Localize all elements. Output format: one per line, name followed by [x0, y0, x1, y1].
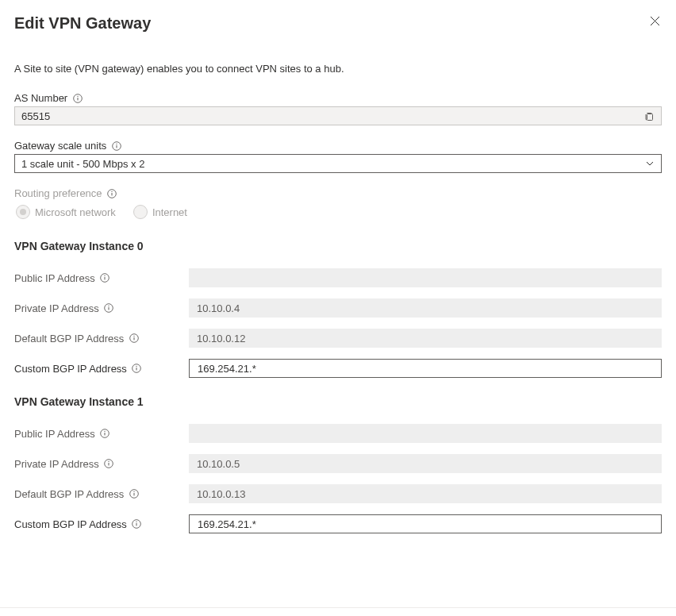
svg-point-17	[133, 336, 134, 337]
routing-preference-label-text: Routing preference	[14, 187, 102, 199]
as-number-field: AS Number 65515	[14, 92, 662, 125]
instance1-custom-bgp-label: Custom BGP IP Address	[14, 518, 189, 530]
instance1-public-ip-row: Public IP Address	[14, 424, 662, 443]
instance1-custom-bgp-row: Custom BGP IP Address	[14, 514, 662, 533]
info-icon[interactable]	[104, 459, 114, 469]
instance0-default-bgp-label: Default BGP IP Address	[14, 333, 189, 345]
close-icon	[650, 16, 660, 26]
instance1-private-ip-row: Private IP Address 10.10.0.5	[14, 454, 662, 473]
as-number-value: 65515	[21, 110, 50, 122]
instance1-public-ip-value	[189, 424, 662, 443]
svg-rect-21	[136, 368, 137, 370]
as-number-label: AS Number	[14, 92, 662, 104]
svg-point-23	[105, 431, 106, 432]
gateway-scale-value: 1 scale unit - 500 Mbps x 2	[21, 158, 144, 170]
info-icon[interactable]	[100, 429, 110, 439]
info-icon[interactable]	[129, 333, 139, 344]
copy-button[interactable]	[644, 111, 655, 121]
gateway-scale-select[interactable]: 1 scale unit - 500 Mbps x 2	[14, 154, 662, 173]
label-text: Public IP Address	[14, 272, 95, 284]
gateway-scale-label-text: Gateway scale units	[14, 140, 106, 152]
svg-point-32	[136, 522, 137, 522]
svg-rect-27	[109, 463, 109, 465]
info-icon[interactable]	[129, 489, 139, 499]
info-icon[interactable]	[104, 303, 114, 314]
radio-circle	[133, 205, 148, 219]
gateway-scale-label: Gateway scale units	[14, 140, 662, 152]
label-text: Private IP Address	[14, 302, 99, 314]
svg-rect-2	[77, 98, 78, 100]
instance0-private-ip-value: 10.10.0.4	[189, 298, 662, 318]
label-text: Public IP Address	[14, 428, 95, 440]
svg-point-1	[77, 95, 78, 96]
svg-rect-18	[133, 337, 134, 340]
label-text: Default BGP IP Address	[14, 333, 124, 345]
instance0-public-ip-label: Public IP Address	[14, 272, 189, 284]
instance-0-heading: VPN Gateway Instance 0	[14, 240, 662, 252]
svg-rect-6	[116, 145, 117, 148]
label-text: Private IP Address	[14, 458, 99, 470]
routing-preference-field: Routing preference Microsoft network Int…	[14, 187, 662, 222]
svg-point-29	[133, 491, 134, 492]
page-title: Edit VPN Gateway	[14, 14, 151, 33]
label-text: Default BGP IP Address	[14, 488, 124, 500]
svg-rect-33	[136, 523, 137, 526]
instance0-default-bgp-value: 10.10.0.12	[189, 329, 662, 348]
svg-point-14	[109, 306, 109, 306]
close-button[interactable]	[648, 14, 662, 28]
radio-internet: Internet	[133, 205, 187, 219]
instance-1-heading: VPN Gateway Instance 1	[14, 395, 662, 408]
instance0-private-ip-label: Private IP Address	[14, 302, 189, 314]
instance0-custom-bgp-input-wrapper	[189, 359, 662, 378]
svg-rect-15	[109, 307, 109, 310]
svg-point-20	[136, 366, 137, 367]
as-number-input: 65515	[14, 106, 662, 125]
svg-point-26	[109, 461, 109, 462]
info-icon[interactable]	[72, 93, 83, 103]
label-text: Custom BGP IP Address	[14, 518, 127, 530]
instance1-custom-bgp-input-wrapper	[189, 514, 662, 533]
instance0-default-bgp-row: Default BGP IP Address 10.10.0.12	[14, 329, 662, 348]
copy-icon	[644, 111, 655, 121]
info-icon[interactable]	[100, 273, 110, 283]
instance1-private-ip-value: 10.10.0.5	[189, 454, 662, 473]
instance1-default-bgp-value: 10.10.0.13	[189, 484, 662, 503]
svg-rect-9	[112, 193, 113, 195]
instance0-custom-bgp-row: Custom BGP IP Address	[14, 359, 662, 378]
footer-divider	[0, 607, 676, 608]
info-icon[interactable]	[111, 141, 121, 151]
radio-microsoft-network: Microsoft network	[16, 205, 116, 219]
instance1-default-bgp-row: Default BGP IP Address 10.10.0.13	[14, 484, 662, 503]
svg-rect-30	[133, 493, 134, 495]
svg-rect-3	[647, 114, 653, 120]
radio-microsoft-label: Microsoft network	[35, 206, 116, 218]
svg-point-5	[116, 143, 117, 144]
label-text: Custom BGP IP Address	[14, 363, 127, 375]
svg-rect-24	[105, 433, 106, 435]
routing-preference-radios: Microsoft network Internet	[14, 202, 662, 222]
info-icon[interactable]	[132, 519, 142, 529]
svg-point-8	[111, 191, 112, 191]
instance0-private-ip-row: Private IP Address 10.10.0.4	[14, 298, 662, 318]
instance1-private-ip-label: Private IP Address	[14, 458, 189, 470]
instance0-public-ip-row: Public IP Address	[14, 268, 662, 287]
instance0-public-ip-value	[189, 268, 662, 287]
instance0-custom-bgp-label: Custom BGP IP Address	[14, 363, 189, 375]
routing-preference-label: Routing preference	[14, 187, 662, 199]
gateway-scale-field: Gateway scale units 1 scale unit - 500 M…	[14, 140, 662, 173]
chevron-down-icon	[645, 159, 655, 168]
radio-circle	[16, 205, 30, 219]
panel-header: Edit VPN Gateway	[14, 14, 662, 33]
svg-rect-12	[105, 277, 106, 279]
svg-point-11	[105, 275, 106, 276]
instance1-default-bgp-label: Default BGP IP Address	[14, 488, 189, 500]
panel-description: A Site to site (VPN gateway) enables you…	[14, 63, 662, 75]
instance0-custom-bgp-input[interactable]	[198, 363, 653, 375]
instance1-public-ip-label: Public IP Address	[14, 428, 189, 440]
radio-internet-label: Internet	[152, 206, 187, 218]
instance1-custom-bgp-input[interactable]	[198, 518, 653, 530]
as-number-label-text: AS Number	[14, 92, 67, 104]
info-icon[interactable]	[107, 188, 117, 198]
info-icon[interactable]	[132, 364, 142, 374]
